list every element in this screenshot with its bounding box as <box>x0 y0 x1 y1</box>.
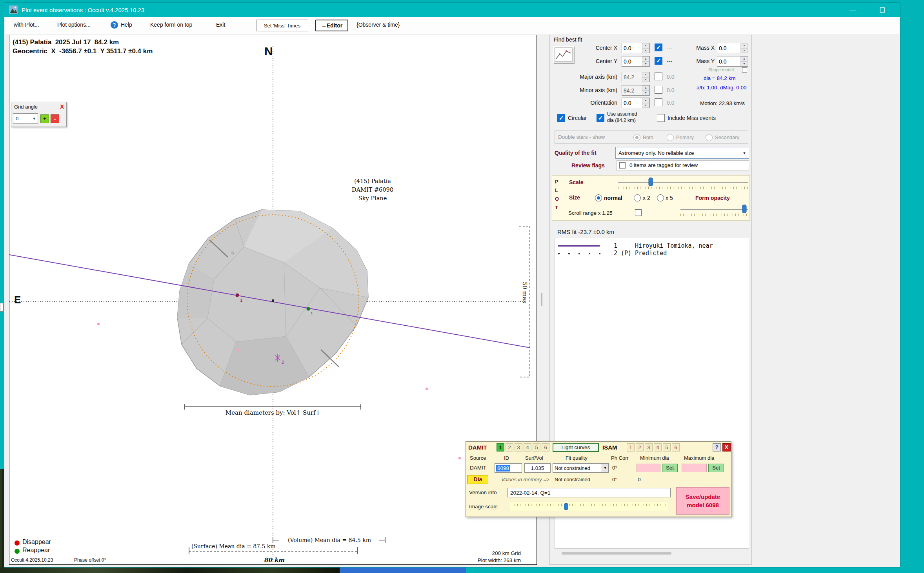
minor-axis-spin-buttons[interactable]: ▲▼ <box>642 85 649 95</box>
grid-angle-select[interactable]: 0 ▾ <box>13 113 38 124</box>
min-dia-field[interactable] <box>637 464 660 472</box>
minor-axis-checkbox[interactable] <box>655 86 662 94</box>
dia-button[interactable]: Dia <box>467 475 488 484</box>
minimize-button[interactable]: — <box>847 5 859 15</box>
double-stars-secondary-radio[interactable] <box>706 134 713 141</box>
isam-tab-5[interactable]: 5 <box>663 443 671 452</box>
major-axis-input[interactable] <box>622 72 642 82</box>
surfvol-field[interactable]: 1.035 <box>524 463 551 473</box>
horizontal-scrollbar[interactable] <box>562 552 671 555</box>
isam-tab-2[interactable]: 2 <box>636 443 644 452</box>
size-x2-radio[interactable] <box>634 194 641 201</box>
orientation-spin-buttons[interactable]: ▲▼ <box>642 98 649 108</box>
mass-x-spinner[interactable]: ▲▼ <box>717 43 748 53</box>
center-y-checkbox[interactable] <box>655 57 662 65</box>
double-stars-both-radio[interactable] <box>633 134 640 141</box>
minor-axis-spinner[interactable]: ▲▼ <box>622 85 650 96</box>
damit-tab-6[interactable]: 6 <box>542 443 549 452</box>
grid-angle-close-button[interactable]: X <box>60 103 64 110</box>
image-scale-slider[interactable] <box>510 502 668 511</box>
mass-x-input[interactable] <box>717 43 740 53</box>
size-x5-radio[interactable] <box>657 194 664 201</box>
plot-canvas[interactable]: (415) Palatia 2025 Jul 17 84.2 km Geocen… <box>9 35 537 565</box>
orientation-label: Orientation <box>558 100 617 106</box>
mass-y-spin-buttons[interactable]: ▲▼ <box>740 56 748 66</box>
volume-dia-label: (Volume) Mean dia = 84.5 km <box>275 537 384 543</box>
row2-ph-corr: 0° <box>612 477 617 482</box>
grid-angle-title: Grid angle <box>14 104 38 110</box>
surfvol-value: 1.035 <box>531 465 544 471</box>
minor-axis-input[interactable] <box>622 85 642 95</box>
isam-tab-1[interactable]: 1 <box>627 443 635 452</box>
fit-quality-dropdown[interactable]: Not constrained ▾ <box>553 463 609 473</box>
menu-with-plot[interactable]: with Plot... <box>14 22 39 28</box>
damit-tab-2[interactable]: 2 <box>506 443 513 452</box>
menu-exit[interactable]: Exit <box>216 22 225 28</box>
shape-model-checkbox[interactable] <box>742 67 747 73</box>
center-y-input[interactable] <box>622 56 642 66</box>
quality-dropdown[interactable]: Astrometry only. No reliable size ▾ <box>615 147 749 159</box>
center-x-checkbox[interactable] <box>655 44 662 51</box>
center-x-spin-buttons[interactable]: ▲▼ <box>642 43 649 53</box>
grid-angle-minus-button[interactable]: - <box>51 114 59 123</box>
light-curves-button[interactable]: Light curves <box>553 443 599 452</box>
size-normal-radio[interactable] <box>595 194 602 201</box>
menu-keep-on-top[interactable]: Keep form on top <box>150 22 192 28</box>
max-dia-set-button[interactable]: Set <box>708 464 724 472</box>
scale-slider-track[interactable] <box>618 182 748 183</box>
damit-tab-1[interactable]: 1 <box>497 443 504 452</box>
titlebar[interactable]: Plot event observations : Occult v.4.202… <box>4 3 900 17</box>
double-stars-primary-radio[interactable] <box>667 134 674 141</box>
form-opacity-slider-thumb[interactable] <box>742 205 746 213</box>
major-axis-spinner[interactable]: ▲▼ <box>622 72 650 82</box>
center-y-spin-buttons[interactable]: ▲▼ <box>642 56 649 66</box>
form-opacity-slider[interactable] <box>680 205 748 213</box>
splitter-handle[interactable] <box>541 293 542 306</box>
include-miss-checkbox[interactable] <box>657 114 665 122</box>
scale-slider-thumb[interactable] <box>648 178 653 186</box>
damit-tab-4[interactable]: 4 <box>524 443 531 452</box>
menu-help[interactable]: Help <box>121 22 132 28</box>
observer2-name[interactable]: Predicted <box>635 250 667 257</box>
orientation-input[interactable] <box>622 98 642 108</box>
save-update-button[interactable]: Save/update model 6098 <box>676 487 729 515</box>
review-flags-checkbox[interactable] <box>619 162 626 169</box>
maximize-button[interactable] <box>877 5 888 15</box>
reappear-marker[interactable] <box>307 307 310 311</box>
center-x-spinner[interactable]: ▲▼ <box>622 43 650 53</box>
center-y-spinner[interactable]: ▲▼ <box>622 56 650 67</box>
scale-slider[interactable] <box>618 177 748 187</box>
isam-tab-4[interactable]: 4 <box>654 443 662 452</box>
isam-tab-3[interactable]: 3 <box>645 443 653 452</box>
damit-help-button[interactable]: ? <box>713 443 721 452</box>
major-axis-spin-buttons[interactable]: ▲▼ <box>642 72 649 82</box>
mass-y-spinner[interactable]: ▲▼ <box>717 56 748 67</box>
fit-chart-button[interactable] <box>553 46 575 64</box>
grid-angle-plus-button[interactable]: + <box>40 114 49 123</box>
version-info-field[interactable]: 2022-02-14, Q=1 <box>507 488 671 497</box>
menu-plot-options[interactable]: Plot options... <box>57 22 91 28</box>
mass-y-input[interactable] <box>717 56 740 66</box>
set-miss-times-button[interactable]: Set 'Miss' Times <box>256 20 308 31</box>
max-dia-field[interactable] <box>682 464 707 472</box>
damit-close-button[interactable]: X <box>722 443 731 452</box>
isam-tab-6[interactable]: 6 <box>672 443 680 452</box>
image-scale-thumb[interactable] <box>564 503 568 510</box>
help-icon[interactable]: ? <box>111 21 118 29</box>
damit-tab-3[interactable]: 3 <box>515 443 522 452</box>
center-x-input[interactable] <box>622 43 642 53</box>
damit-tab-5[interactable]: 5 <box>533 443 540 452</box>
observer1-name[interactable]: Hiroyuki Tomioka, near <box>635 242 713 249</box>
scroll-range-checkbox[interactable] <box>635 209 642 216</box>
form-opacity-slider-track[interactable] <box>680 209 748 210</box>
orientation-spinner[interactable]: ▲▼ <box>622 98 650 108</box>
min-dia-set-button[interactable]: Set <box>662 464 678 472</box>
mass-x-spin-buttons[interactable]: ▲▼ <box>740 43 748 53</box>
orientation-checkbox[interactable] <box>655 98 662 106</box>
disappear-marker[interactable] <box>236 294 239 297</box>
circular-checkbox[interactable] <box>557 114 565 122</box>
major-axis-checkbox[interactable] <box>655 73 662 80</box>
editor-button[interactable]: →Editor <box>315 20 348 31</box>
model-id-field[interactable]: 6098 <box>495 463 522 473</box>
use-assumed-checkbox[interactable] <box>597 114 604 122</box>
